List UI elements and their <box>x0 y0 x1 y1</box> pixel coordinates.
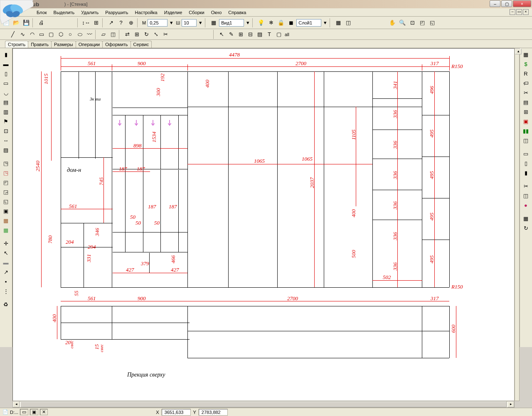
recycle-icon[interactable]: ♻ <box>1 300 11 309</box>
back-icon[interactable]: ▭ <box>1 78 11 88</box>
r-path-icon[interactable]: ◫ <box>521 136 531 145</box>
side-icon[interactable]: ▯ <box>1 69 11 78</box>
r-danger-icon[interactable]: ▣ <box>521 117 531 126</box>
shelf-icon[interactable]: ▬ <box>1 59 11 69</box>
r-bars-icon[interactable]: ▮▮ <box>521 126 531 135</box>
r-group-icon[interactable]: ◫ <box>521 191 531 200</box>
palette-button[interactable]: ▦ <box>334 18 343 27</box>
arc-tool[interactable]: ◠ <box>27 30 37 39</box>
plus-tool[interactable]: ⊞ <box>236 30 245 39</box>
target-button[interactable]: ⊕ <box>126 18 135 27</box>
zoom-window-button[interactable]: ◰ <box>418 18 427 27</box>
view-layers-button[interactable]: ▦ <box>209 18 218 27</box>
tab-ops[interactable]: Операции <box>76 41 103 48</box>
scroll-up-button[interactable]: ▴ <box>515 49 522 54</box>
color-icon[interactable]: ▦ <box>1 225 11 235</box>
spline-tool[interactable]: 〰 <box>85 30 94 39</box>
layer-dropdown[interactable]: ▾ <box>322 18 328 27</box>
open-button[interactable]: 📂 <box>12 18 21 27</box>
r-label-icon[interactable]: 🏷 <box>521 78 531 88</box>
grid-m-input[interactable] <box>148 19 167 27</box>
array-tool[interactable]: ⊞ <box>132 30 141 39</box>
snap-button[interactable]: ↗ <box>106 18 116 27</box>
menu-delete[interactable]: Удалить <box>79 9 101 16</box>
grid-w-input[interactable] <box>182 19 197 27</box>
zoom-extents-button[interactable]: ⊡ <box>408 18 417 27</box>
hatch2-icon[interactable]: ▨ <box>1 145 11 154</box>
color-swatch-button[interactable]: ◼ <box>286 18 296 27</box>
curve-icon[interactable]: ◡ <box>1 88 11 97</box>
trim-tool[interactable]: ✂ <box>161 30 170 39</box>
menu-assemblies[interactable]: Сборки <box>186 9 207 16</box>
canvas[interactable]: 4478 561 900 2700 317 R150 1015 2540 780… <box>12 48 515 401</box>
menu-window[interactable]: Окно <box>209 9 224 16</box>
swatch-icon[interactable]: ▪ <box>1 277 11 286</box>
r-layout-icon[interactable]: ▦ <box>521 214 531 223</box>
mdi-restore-button[interactable]: ▭ <box>516 9 522 15</box>
flag-icon[interactable]: ⚑ <box>1 117 11 126</box>
r-cut-icon[interactable]: ✂ <box>521 88 531 97</box>
mirror-tool[interactable]: ⇄ <box>123 30 132 39</box>
scroll-left-button[interactable]: ◂ <box>13 401 20 407</box>
box3d-red-icon[interactable]: ◳ <box>1 168 11 177</box>
scale-tool[interactable]: ⤡ <box>151 30 160 39</box>
print-button[interactable]: 🖨 <box>37 18 46 27</box>
horizontal-scrollbar[interactable]: ◂ ▸ <box>12 401 515 408</box>
door-icon[interactable]: ▥ <box>1 107 11 116</box>
menu-destroy[interactable]: Разрушить <box>103 9 131 16</box>
layer-select[interactable] <box>296 19 321 27</box>
lightbulb-snow-icon[interactable]: ❄ <box>266 18 276 27</box>
view-dropdown[interactable]: ▾ <box>245 18 251 27</box>
grid-button[interactable]: ⊞ <box>91 18 101 27</box>
save-button[interactable]: 💾 <box>22 18 31 27</box>
zoom-prev-button[interactable]: ◱ <box>428 18 437 27</box>
tab-build[interactable]: Строить <box>5 41 28 48</box>
pointer-tool[interactable]: ↖ <box>217 30 226 39</box>
new-button[interactable]: 📄 <box>2 18 11 27</box>
r-refresh-icon[interactable]: ↻ <box>521 223 531 232</box>
vertical-scrollbar[interactable]: ▴ <box>515 48 520 401</box>
status-btn3[interactable]: ✕ <box>40 409 48 415</box>
circle-tool[interactable]: ○ <box>66 30 75 39</box>
r-grid-icon[interactable]: ⊞ <box>521 107 531 116</box>
gray-icon[interactable]: ▬ <box>1 258 11 267</box>
layers-button[interactable]: ◫ <box>344 18 353 27</box>
tab-service[interactable]: Сервис <box>131 41 152 48</box>
scroll-right-button[interactable]: ▸ <box>507 401 514 407</box>
dim-icon[interactable]: ↔ <box>1 136 11 145</box>
ellipse-tool[interactable]: ⬭ <box>75 30 84 39</box>
zoom-button[interactable]: 🔍 <box>398 18 407 27</box>
pick-icon[interactable]: ↗ <box>1 267 11 277</box>
menu-block[interactable]: Блок <box>34 9 49 16</box>
box3d5-icon[interactable]: ▣ <box>1 206 11 215</box>
status-btn2[interactable]: ▣ <box>30 409 38 415</box>
lightbulb-on-icon[interactable]: 💡 <box>256 18 266 27</box>
line-tool[interactable]: ╱ <box>8 30 17 39</box>
tab-dims[interactable]: Размеры <box>51 41 76 48</box>
menu-select[interactable]: Выделить <box>51 9 77 16</box>
menu-settings[interactable]: Настройка <box>133 9 160 16</box>
axis-button[interactable]: ↕↔ <box>81 18 91 27</box>
mdi-close-button[interactable]: × <box>523 9 529 15</box>
r-sheets-icon[interactable]: ▤ <box>521 98 531 107</box>
grid-w-stepper[interactable]: ▾ <box>197 18 203 27</box>
r-scissors-icon[interactable]: ✂ <box>521 181 531 191</box>
box3d-icon[interactable]: ◳ <box>1 159 11 168</box>
minimize-button[interactable]: – <box>490 0 500 7</box>
minus-tool[interactable]: ⊟ <box>246 30 255 39</box>
tab-edit[interactable]: Править <box>28 41 52 48</box>
r-panel3-icon[interactable]: ▮ <box>521 168 531 177</box>
dots-icon[interactable]: ⋮ <box>1 286 11 296</box>
pan-button[interactable]: ✋ <box>388 18 397 27</box>
hatch-tool[interactable]: ▨ <box>255 30 264 39</box>
status-btn1[interactable]: ▭ <box>20 409 28 415</box>
rect2-tool[interactable]: ▢ <box>47 30 56 39</box>
scroll-thumb[interactable] <box>20 401 507 407</box>
mdi-minimize-button[interactable]: – <box>510 9 515 15</box>
r-view-icon[interactable]: ▦ <box>521 50 531 59</box>
box3d3-icon[interactable]: ◲ <box>1 187 11 196</box>
r-circle-icon[interactable]: ● <box>521 201 531 210</box>
menu-help[interactable]: Справка <box>226 9 249 16</box>
box-tool[interactable]: ▢ <box>274 30 283 39</box>
drawer-icon[interactable]: ▤ <box>1 98 11 107</box>
